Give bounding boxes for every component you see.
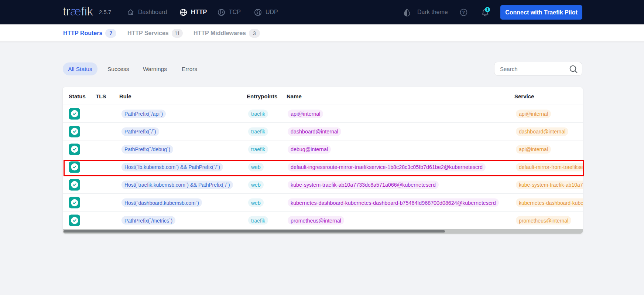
svg-text:?: ? xyxy=(462,10,465,15)
